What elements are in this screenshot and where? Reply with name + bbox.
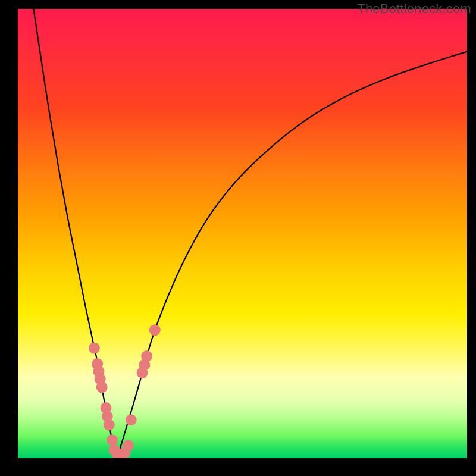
data-marker	[123, 440, 134, 451]
chart-svg	[18, 9, 467, 458]
data-marker	[126, 414, 137, 425]
curve-right	[117, 52, 467, 458]
data-marker	[107, 434, 118, 446]
data-marker	[149, 324, 161, 336]
data-marker	[96, 381, 108, 393]
data-marker	[141, 350, 152, 362]
chart-frame: TheBottleneck.com	[0, 0, 476, 476]
data-marker	[104, 419, 115, 431]
plot-area	[18, 9, 467, 458]
data-marker	[89, 343, 100, 354]
watermark-text: TheBottleneck.com	[357, 1, 471, 17]
